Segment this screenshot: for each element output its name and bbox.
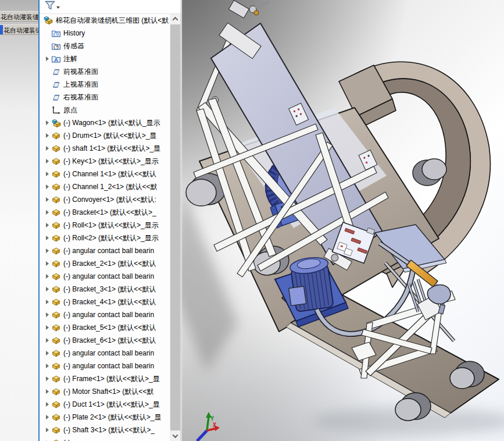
chevron-up-icon: [173, 17, 178, 23]
tree-item[interactable]: (-) Wagon<1> (默认<默认_显示: [40, 116, 170, 129]
expand-arrow-icon[interactable]: [43, 428, 51, 432]
tree-item-label: (-) angular contact ball bearin: [63, 349, 154, 357]
tree-item[interactable]: (-) angular contact ball bearin: [40, 308, 170, 321]
tree-item[interactable]: (-) Bracket<1> (默认<<默认>_: [40, 206, 170, 219]
scroll-down-button[interactable]: [170, 431, 181, 441]
3d-model-scene[interactable]: Y X: [182, 0, 504, 441]
part-icon: [51, 272, 61, 282]
tree-item[interactable]: (-) Bracket_2<1> (默认<<默认: [40, 257, 170, 270]
expand-arrow-icon[interactable]: [43, 338, 51, 343]
tree-item[interactable]: (-) Frame<1> (默认<<默认>_显: [40, 372, 170, 385]
tree-item-label: (-) angular contact ball bearin: [63, 362, 154, 370]
part-icon: [51, 297, 61, 307]
tree-item[interactable]: (-) angular contact ball bearin: [40, 360, 170, 372]
tree-item-label: 注解: [63, 54, 77, 64]
expand-arrow-icon[interactable]: [43, 364, 51, 368]
plane-icon: [51, 80, 61, 90]
expand-arrow-icon[interactable]: [43, 197, 51, 202]
tree-item[interactable]: (-) Shaft 3<1> (默认<<默认>_: [40, 424, 170, 436]
tree-item[interactable]: (-) Motor Shaft<1> (默认<<默: [40, 385, 170, 398]
tree-item[interactable]: (-) Roll<2> (默认<<默认>_显示: [40, 232, 170, 244]
background-windows-strip: 花自动灌装缝纫机 花自动灌装缝纫机: [0, 0, 38, 441]
tree-item[interactable]: A注解: [40, 52, 170, 65]
tree-item-label: 原点: [63, 105, 77, 115]
tree-item-label: (-) Plate 2<1> (默认<<默认>_显: [63, 412, 161, 422]
chevron-down-icon: [173, 432, 178, 438]
tree-item[interactable]: 传感器: [40, 40, 170, 52]
plane-icon: [51, 67, 61, 77]
origin-icon: [51, 105, 61, 115]
expand-arrow-icon[interactable]: [43, 133, 51, 138]
tree-item[interactable]: (-) Bracket_4<1> (默认<<默认: [40, 296, 170, 308]
filter-button[interactable]: [43, 0, 62, 13]
expand-arrow-icon[interactable]: [43, 56, 51, 61]
part-icon: [51, 195, 61, 205]
expand-arrow-icon[interactable]: [43, 159, 51, 163]
part-icon: [51, 438, 61, 441]
expand-arrow-icon[interactable]: [43, 120, 51, 125]
expand-arrow-icon[interactable]: [43, 146, 51, 151]
history-folder-icon: [51, 29, 61, 38]
expand-arrow-icon[interactable]: [43, 210, 51, 215]
tree-item[interactable]: (-) Bracket_6<1> (默认<<默认: [40, 334, 170, 347]
tree-item[interactable]: (-) Channel 1<1> (默认<<默认: [40, 168, 170, 180]
tree-filter-toolbar: [40, 0, 181, 14]
expand-arrow-icon[interactable]: [43, 274, 51, 279]
tree-item[interactable]: (-) shaft 1<1> (默认<<默认>_显: [40, 142, 170, 155]
tree-item-label: (-) Wagon<1> (默认<默认_显示: [63, 118, 160, 128]
part-icon: [51, 182, 61, 192]
tree-item[interactable]: (-) Channel 1_2<1> (默认<<默: [40, 180, 170, 193]
part-icon: [51, 412, 61, 422]
scrollbar-thumb[interactable]: [170, 24, 180, 431]
part-icon: [51, 246, 61, 256]
tree-scrollbar[interactable]: [170, 14, 181, 441]
scroll-up-button[interactable]: [170, 14, 181, 24]
filter-dropdown-caret-icon[interactable]: [56, 6, 60, 9]
expand-arrow-icon[interactable]: [43, 300, 51, 304]
expand-arrow-icon[interactable]: [43, 312, 51, 317]
expand-arrow-icon[interactable]: [43, 172, 51, 176]
expand-arrow-icon[interactable]: [43, 325, 51, 330]
tree-item[interactable]: (-) Roll<1> (默认<<默认>_显示: [40, 219, 170, 232]
expand-arrow-icon[interactable]: [43, 351, 51, 355]
expand-arrow-icon[interactable]: [43, 236, 51, 240]
part-icon: [51, 131, 61, 141]
tree-item[interactable]: (-) Bracket_3<1> (默认<<默认: [40, 283, 170, 296]
expand-arrow-icon[interactable]: [43, 389, 51, 394]
tree-item[interactable]: (-) angular contact ball bearin: [40, 244, 170, 257]
tree-item[interactable]: (-) Convoyer<1> (默认<<默认:: [40, 193, 170, 206]
tree-item[interactable]: (-): [40, 436, 170, 441]
expand-arrow-icon[interactable]: [43, 287, 51, 291]
triad-y-label: Y: [210, 415, 214, 422]
tree-item[interactable]: (-) angular contact ball bearin: [40, 270, 170, 283]
part-icon: [51, 361, 61, 371]
expand-arrow-icon[interactable]: [43, 261, 51, 266]
tree-item[interactable]: History: [40, 27, 170, 40]
tree-item[interactable]: 原点: [40, 104, 170, 116]
tree-item[interactable]: 前视基准面: [40, 65, 170, 78]
expand-arrow-icon[interactable]: [43, 376, 51, 381]
tree-item[interactable]: (-) angular contact ball bearin: [40, 347, 170, 360]
tree-item[interactable]: (-) Key<1> (默认<<默认>_显示: [40, 155, 170, 168]
tree-item[interactable]: (-) Duct 1<1> (默认<<默认>_显: [40, 398, 170, 411]
part-icon: [51, 425, 61, 435]
tree-item[interactable]: 右视基准面: [40, 91, 170, 104]
tree-item-label: (-) Channel 1<1> (默认<<默认: [63, 169, 156, 179]
tree-item[interactable]: (-) Plate 2<1> (默认<<默认>_显: [40, 411, 170, 424]
tree-item[interactable]: 上视基准面: [40, 78, 170, 91]
expand-arrow-icon[interactable]: [43, 415, 51, 419]
expand-arrow-icon[interactable]: [43, 402, 51, 407]
tree-item-label: (-) Motor Shaft<1> (默认<<默: [63, 387, 153, 397]
part-icon: [51, 310, 61, 320]
tree-item[interactable]: (-) Drum<1> (默认<<默认>_显: [40, 129, 170, 142]
expand-arrow-icon[interactable]: [43, 248, 51, 253]
tree-root-item[interactable]: 棉花自动灌装缝纫机三维图 (默认<默: [40, 14, 170, 27]
graphics-viewport[interactable]: Y X: [182, 0, 504, 441]
expand-arrow-icon[interactable]: [43, 223, 51, 227]
expand-arrow-icon[interactable]: [43, 184, 51, 189]
part-icon: [51, 144, 61, 154]
tree-item[interactable]: (-) Bracket_5<1> (默认<<默认: [40, 321, 170, 334]
background-window-title[interactable]: 花自动灌装缝纫机: [0, 24, 38, 35]
part-icon: [51, 169, 61, 179]
background-window-title[interactable]: 花自动灌装缝纫机: [0, 11, 38, 22]
